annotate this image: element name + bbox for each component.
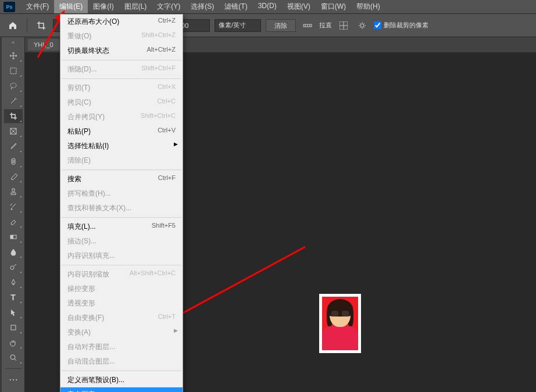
pen-tool[interactable] [4, 275, 23, 289]
menu-item-9[interactable]: 窗口(W) [316, 0, 351, 13]
eraser-tool[interactable] [4, 215, 23, 229]
menu-item: 自由变换(F)Ctrl+T [60, 311, 183, 325]
menu-item-10[interactable]: 帮助(H) [351, 0, 385, 13]
gear-icon[interactable] [355, 19, 369, 33]
gradient-tool[interactable] [4, 230, 23, 244]
menu-item-0[interactable]: 文件(F) [21, 0, 54, 13]
menu-item: 渐隐(D)...Shift+Ctrl+F [60, 62, 183, 77]
menu-item[interactable]: 搜索Ctrl+F [60, 172, 183, 186]
svg-rect-5 [10, 68, 16, 74]
dodge-tool[interactable] [4, 260, 23, 274]
crop-tool-icon[interactable] [34, 19, 48, 33]
menu-item: 内容识别缩放Alt+Shift+Ctrl+C [60, 267, 183, 282]
ps-logo: Ps [3, 2, 15, 12]
svg-point-4 [360, 24, 364, 27]
grid-icon[interactable] [337, 19, 351, 33]
edit-menu-dropdown: 还原画布大小(O)Ctrl+Z重做(O)Shift+Ctrl+Z切换最终状态Al… [60, 14, 183, 392]
menu-item: 剪切(T)Ctrl+X [60, 81, 183, 95]
menu-item-1[interactable]: 编辑(E) [54, 0, 88, 13]
menu-item: 清除(E) [60, 153, 183, 168]
lasso-tool[interactable] [4, 79, 23, 93]
document-tab[interactable]: YHL_0 [28, 39, 59, 51]
type-tool[interactable]: T [4, 290, 23, 304]
resolution-unit[interactable] [215, 19, 261, 32]
menu-item[interactable]: 切换最终状态Alt+Ctrl+Z [60, 44, 183, 58]
document-photo[interactable] [319, 294, 361, 353]
menu-item[interactable]: 定义图案... [60, 387, 183, 392]
menu-item-3[interactable]: 图层(L) [119, 0, 152, 13]
menu-item-5[interactable]: 选择(S) [185, 0, 219, 13]
hand-tool[interactable] [4, 336, 23, 350]
expand-icon[interactable]: » [12, 39, 15, 45]
path-select-tool[interactable] [4, 305, 23, 319]
brush-tool[interactable] [4, 170, 23, 184]
menu-item: 自动对齐图层... [60, 340, 183, 354]
menu-item: 合并拷贝(Y)Shift+Ctrl+C [60, 110, 183, 124]
tools-panel: » T ⋯ [0, 37, 25, 392]
blur-tool[interactable] [4, 245, 23, 259]
stamp-tool[interactable] [4, 185, 23, 199]
straighten-label: 拉直 [319, 21, 332, 30]
shape-tool[interactable] [4, 321, 23, 335]
menu-item-8[interactable]: 视图(V) [282, 0, 316, 13]
menu-item[interactable]: 还原画布大小(O)Ctrl+Z [60, 15, 183, 29]
menu-item[interactable]: 定义画笔预设(B)... [60, 373, 183, 387]
move-tool[interactable] [4, 49, 23, 63]
menu-item: 自动混合图层... [60, 354, 183, 369]
menubar: Ps 文件(F)编辑(E)图像(I)图层(L)文字(Y)选择(S)滤镜(T)3D… [0, 0, 536, 14]
menu-item: 内容识别填充... [60, 249, 183, 263]
menu-item-2[interactable]: 图像(I) [88, 0, 119, 13]
svg-point-11 [10, 266, 14, 269]
svg-point-13 [10, 355, 15, 359]
menu-item-4[interactable]: 文字(Y) [152, 0, 185, 13]
eyedropper-tool[interactable] [4, 139, 23, 153]
menu-item[interactable]: 粘贴(P)Ctrl+V [60, 124, 183, 139]
edit-toolbar[interactable]: ⋯ [4, 372, 23, 386]
zoom-tool[interactable] [4, 351, 23, 365]
delete-cropped-checkbox[interactable]: 删除裁剪的像素 [374, 21, 428, 30]
menu-item[interactable]: 填充(L)...Shift+F5 [60, 220, 183, 234]
svg-rect-12 [11, 325, 16, 330]
straighten-icon[interactable] [301, 19, 315, 33]
history-brush-tool[interactable] [4, 200, 23, 214]
menu-item: 描边(S)... [60, 234, 183, 249]
menu-item[interactable]: 选择性粘贴(I)▶ [60, 139, 183, 153]
wand-tool[interactable] [4, 94, 23, 108]
menu-item: 透视变形 [60, 296, 183, 311]
menu-item: 拼写检查(H)... [60, 186, 183, 201]
clear-button[interactable]: 清除 [266, 19, 296, 32]
menu-item-7[interactable]: 3D(D) [253, 0, 282, 13]
svg-point-6 [10, 83, 16, 88]
svg-rect-10 [10, 235, 13, 239]
frame-tool[interactable] [4, 124, 23, 138]
menu-item: 操控变形 [60, 282, 183, 296]
menu-item: 重做(O)Shift+Ctrl+Z [60, 29, 183, 44]
home-icon[interactable] [6, 19, 20, 33]
menu-item: 变换(A)▶ [60, 325, 183, 340]
menu-item: 拷贝(C)Ctrl+C [60, 95, 183, 110]
marquee-tool[interactable] [4, 64, 23, 78]
menu-item-6[interactable]: 滤镜(T) [219, 0, 252, 13]
crop-tool[interactable] [4, 109, 23, 123]
menu-item: 查找和替换文本(X)... [60, 201, 183, 215]
healing-tool[interactable] [4, 154, 23, 168]
